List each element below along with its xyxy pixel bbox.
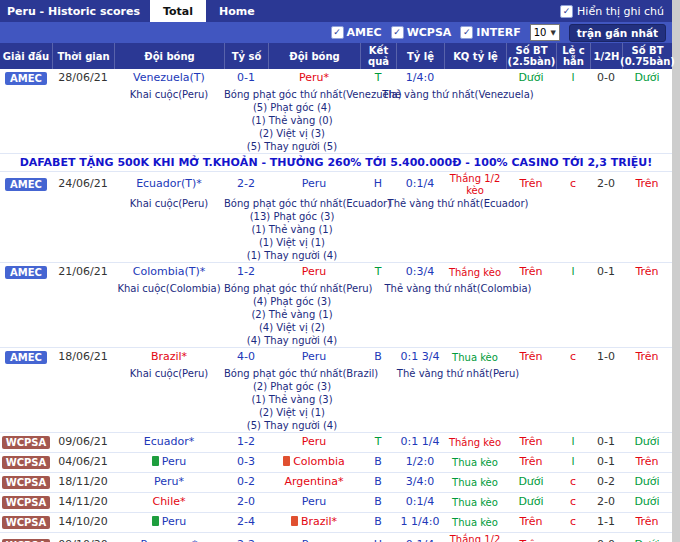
handicap-odds: 0:1/4 bbox=[396, 495, 444, 510]
over-under-2-5: Dưới bbox=[506, 495, 556, 510]
checkbox-checked-icon[interactable]: ✓ bbox=[460, 26, 473, 39]
team-name[interactable]: Colombia bbox=[293, 455, 345, 468]
handicap-odds: 3/4:0 bbox=[396, 475, 444, 490]
over-under-0-75: Dưới bbox=[622, 538, 672, 542]
home-team[interactable]: Peru* bbox=[114, 475, 224, 490]
league-filter-label: WCPSA bbox=[407, 26, 452, 39]
result-letter: H bbox=[360, 177, 396, 192]
team-name[interactable]: Peru bbox=[162, 455, 187, 468]
league-cell: WCPSA bbox=[0, 435, 52, 451]
chevron-down-icon: ▼ bbox=[550, 29, 555, 37]
match-score: 0-3 bbox=[224, 455, 268, 470]
team-name[interactable]: Brazil* bbox=[301, 515, 337, 528]
ad-banner[interactable]: DAFABET TẶNG 500K KHI MỞ T.KHOẢN - THƯỞN… bbox=[0, 153, 672, 171]
team-name[interactable]: Peru* bbox=[299, 71, 329, 84]
handicap-odds: 0:1 1/4 bbox=[396, 435, 444, 450]
note-stat: (1) Thẻ vàng (0) bbox=[224, 114, 360, 127]
team-name[interactable]: Venezuela(T) bbox=[133, 71, 205, 84]
column-header: KQ tỷ lệ bbox=[444, 43, 506, 69]
team-name[interactable]: Peru bbox=[302, 265, 327, 278]
team-flag-icon bbox=[152, 516, 159, 526]
note-first-yellow: Thẻ vàng thứ nhất(Ecuador) bbox=[360, 197, 556, 210]
team-name[interactable]: Argentina* bbox=[284, 475, 343, 488]
team-name[interactable]: Peru bbox=[162, 515, 187, 528]
team-name[interactable]: Peru bbox=[302, 538, 327, 542]
home-team[interactable]: Paraguay* bbox=[114, 538, 224, 542]
team-name[interactable]: Ecuador(T)* bbox=[136, 177, 202, 190]
over-under-0-75: Trên bbox=[622, 177, 672, 192]
handicap-odds: 0:3/4 bbox=[396, 265, 444, 280]
handicap-odds: 0:1/4 bbox=[396, 177, 444, 192]
away-team[interactable]: Peru bbox=[268, 538, 360, 542]
team-name[interactable]: Peru* bbox=[154, 475, 184, 488]
match-score: 2-0 bbox=[224, 495, 268, 510]
home-team[interactable]: Ecuador* bbox=[114, 435, 224, 450]
halftime-score: 1-1 bbox=[590, 515, 622, 530]
team-name[interactable]: Paraguay* bbox=[141, 538, 198, 542]
away-team[interactable]: Peru* bbox=[268, 71, 360, 86]
team-name[interactable]: Peru bbox=[302, 177, 327, 190]
league-cell: AMEC bbox=[0, 177, 52, 193]
note-first-corner: Bóng phạt góc thứ nhất(Venezuela) bbox=[224, 88, 360, 101]
league-filter-wcpsa[interactable]: ✓ WCPSA bbox=[391, 26, 452, 39]
column-header: Đội bóng bbox=[268, 43, 360, 69]
team-name[interactable]: Chile* bbox=[152, 495, 185, 508]
match-note-stat-row: (2) Thẻ vàng (1) bbox=[0, 308, 672, 321]
match-score: 0-1 bbox=[224, 71, 268, 86]
league-badge: AMEC bbox=[5, 266, 47, 280]
note-stat: (4) Phạt góc (3) bbox=[224, 295, 360, 308]
home-team[interactable]: Peru bbox=[114, 515, 224, 530]
top-bar: Peru - Historic scores Total Home ✓ Hiển… bbox=[0, 0, 672, 22]
match-note-stat-row: (1) Thẻ vàng (3) bbox=[0, 393, 672, 406]
note-stat: (2) Thẻ vàng (1) bbox=[224, 308, 360, 321]
league-badge: WCPSA bbox=[2, 516, 51, 530]
match-note-stat-row: (1) Thay người (4) bbox=[0, 249, 672, 262]
checkbox-checked-icon[interactable]: ✓ bbox=[331, 26, 344, 39]
home-team[interactable]: Peru bbox=[114, 455, 224, 470]
team-name[interactable]: Peru bbox=[302, 495, 327, 508]
recent-count-select[interactable]: 10 ▼ bbox=[530, 24, 560, 41]
team-name[interactable]: Peru bbox=[302, 435, 327, 448]
halftime-score: 2-0 bbox=[590, 177, 622, 192]
over-under-0-75: Dưới bbox=[622, 495, 672, 510]
over-under-2-5: Trên bbox=[506, 350, 556, 365]
odd-even: c bbox=[556, 538, 590, 542]
tab-total[interactable]: Total bbox=[150, 0, 206, 22]
team-name[interactable]: Colombia(T)* bbox=[133, 265, 206, 278]
show-notes-toggle[interactable]: ✓ Hiển thị ghi chú bbox=[560, 0, 672, 22]
match-score: 2-2 bbox=[224, 177, 268, 192]
result-letter: B bbox=[360, 515, 396, 530]
away-team[interactable]: Colombia bbox=[268, 455, 360, 470]
away-team[interactable]: Peru bbox=[268, 495, 360, 510]
away-team[interactable]: Peru bbox=[268, 350, 360, 365]
home-team[interactable]: Colombia(T)* bbox=[114, 265, 224, 280]
odd-even: c bbox=[556, 515, 590, 530]
away-team[interactable]: Peru bbox=[268, 265, 360, 280]
away-team[interactable]: Peru bbox=[268, 435, 360, 450]
league-badge: WCPSA bbox=[2, 456, 51, 470]
result-letter: T bbox=[360, 265, 396, 280]
checkbox-checked-icon[interactable]: ✓ bbox=[391, 26, 404, 39]
league-filter-interf[interactable]: ✓ INTERF bbox=[460, 26, 520, 39]
handicap-result: Thắng kèo bbox=[444, 436, 506, 450]
team-name[interactable]: Ecuador* bbox=[144, 435, 194, 448]
away-team[interactable]: Brazil* bbox=[268, 515, 360, 530]
note-kickoff: Khai cuộc(Peru) bbox=[114, 88, 224, 101]
halftime-score: 0-1 bbox=[590, 265, 622, 280]
match-row: WCPSA14/10/20Peru2-4Brazil*B1 1/4:0Thua … bbox=[0, 512, 672, 532]
column-header: Đội bóng bbox=[114, 43, 224, 69]
match-score: 2-2 bbox=[224, 538, 268, 542]
home-team[interactable]: Venezuela(T) bbox=[114, 71, 224, 86]
over-under-0-75: Trên bbox=[622, 265, 672, 280]
team-name[interactable]: Peru bbox=[302, 350, 327, 363]
tab-home[interactable]: Home bbox=[206, 0, 268, 22]
home-team[interactable]: Chile* bbox=[114, 495, 224, 510]
checkbox-checked-icon[interactable]: ✓ bbox=[560, 5, 573, 18]
home-team[interactable]: Ecuador(T)* bbox=[114, 177, 224, 192]
away-team[interactable]: Argentina* bbox=[268, 475, 360, 490]
away-team[interactable]: Peru bbox=[268, 177, 360, 192]
team-name[interactable]: Brazil* bbox=[151, 350, 187, 363]
league-badge: AMEC bbox=[5, 351, 47, 365]
home-team[interactable]: Brazil* bbox=[114, 350, 224, 365]
league-filter-amec[interactable]: ✓ AMEC bbox=[331, 26, 382, 39]
